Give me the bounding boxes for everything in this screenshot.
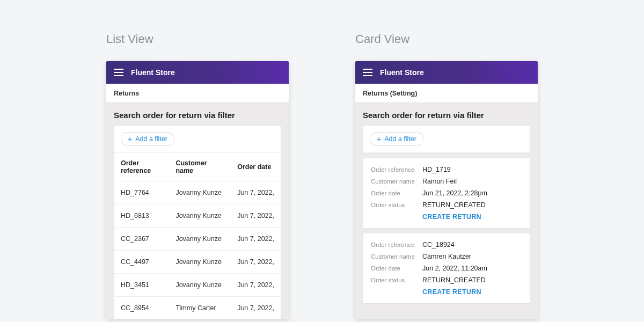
add-filter-button[interactable]: + Add a filter [370,132,423,146]
create-return-button[interactable]: CREATE RETURN [422,288,481,296]
add-filter-button[interactable]: + Add a filter [121,132,174,146]
table-row[interactable]: HD_6813 Jovanny Kunze Jun 7, 2022, [114,204,281,228]
cell-ref: HD_7764 [114,181,169,204]
sub-bar-title: Returns (Setting) [363,90,417,97]
table-row[interactable]: HD_7764 Jovanny Kunze Jun 7, 2022, [114,181,281,204]
list-panel: + Add a filter Order reference Customer … [114,125,281,319]
card-label-name: Customer name [371,253,422,260]
card-label-date: Order date [371,190,422,196]
table-row[interactable]: CC_2367 Jovanny Kunze Jun 7, 2022, [114,228,281,251]
cell-name: Timmy Carter [169,297,231,319]
card-value-ref: CC_18924 [422,241,455,248]
card-label-status: Order status [371,277,422,283]
table-row[interactable]: CC_4497 Jovanny Kunze Jun 7, 2022, [114,251,281,274]
table-row[interactable]: HD_3451 Jovanny Kunze Jun 7, 2022, [114,274,281,297]
col-order-ref[interactable]: Order reference [114,153,169,181]
orders-table: Order reference Customer name Order date… [114,153,281,319]
filter-bar: + Add a filter [363,126,530,153]
cell-name: Jovanny Kunze [169,204,231,228]
add-filter-label: Add a filter [135,135,167,143]
card-value-date: Jun 21, 2022, 2:28pm [422,189,487,197]
card-list: Order reference HD_1719 Customer name Ra… [355,158,538,304]
card-device-frame: Fluent Store Returns (Setting) Search or… [355,61,538,319]
app-title: Fluent Store [380,68,424,77]
cell-date: Jun 7, 2022, [231,297,281,319]
cell-date: Jun 7, 2022, [231,181,281,204]
section-title: Search order for return via filter [355,103,538,125]
sub-bar-title: Returns [114,90,139,97]
card-value-status: RETURN_CREATED [422,201,486,209]
menu-icon[interactable] [114,69,123,76]
sub-bar: Returns (Setting) [355,84,538,103]
table-row[interactable]: CC_8954 Timmy Carter Jun 7, 2022, [114,297,281,319]
col-order-date[interactable]: Order date [231,153,281,181]
card-value-date: Jun 2, 2022, 11:20am [422,265,487,272]
card-view-column: Card View Fluent Store Returns (Setting)… [355,32,538,319]
cell-ref: HD_3451 [114,274,169,297]
list-device-frame: Fluent Store Returns Search order for re… [106,61,289,319]
list-view-title: List View [106,32,289,46]
menu-icon[interactable] [363,69,372,76]
card-label-ref: Order reference [371,241,422,248]
card-value-name: Camren Kautzer [422,253,471,260]
card-label-status: Order status [371,202,422,208]
list-view-column: List View Fluent Store Returns Search or… [106,32,289,319]
cell-date: Jun 7, 2022, [231,228,281,251]
create-return-button[interactable]: CREATE RETURN [422,213,481,221]
cell-name: Jovanny Kunze [169,228,231,251]
app-title: Fluent Store [131,68,175,77]
cell-date: Jun 7, 2022, [231,204,281,228]
card-value-ref: HD_1719 [422,166,451,173]
cell-name: Jovanny Kunze [169,274,231,297]
app-bar: Fluent Store [106,61,289,84]
plus-icon: + [128,135,132,143]
filter-bar: + Add a filter [114,126,281,153]
cell-date: Jun 7, 2022, [231,251,281,274]
card-view-title: Card View [355,32,538,46]
order-card[interactable]: Order reference CC_18924 Customer name C… [363,233,530,304]
cell-name: Jovanny Kunze [169,181,231,204]
sub-bar: Returns [106,84,289,103]
add-filter-label: Add a filter [384,135,416,143]
cell-ref: HD_6813 [114,204,169,228]
plus-icon: + [377,135,381,143]
cell-ref: CC_8954 [114,297,169,319]
card-filter-panel: + Add a filter [363,125,530,153]
card-label-ref: Order reference [371,166,422,173]
cell-ref: CC_4497 [114,251,169,274]
cell-name: Jovanny Kunze [169,251,231,274]
app-bar: Fluent Store [355,61,538,84]
card-label-name: Customer name [371,178,422,185]
cell-date: Jun 7, 2022, [231,274,281,297]
card-value-name: Ramon Feil [422,178,457,185]
card-value-status: RETURN_CREATED [422,276,486,284]
order-card[interactable]: Order reference HD_1719 Customer name Ra… [363,158,530,229]
cell-ref: CC_2367 [114,228,169,251]
col-customer[interactable]: Customer name [169,153,231,181]
section-title: Search order for return via filter [106,103,289,125]
card-label-date: Order date [371,265,422,272]
